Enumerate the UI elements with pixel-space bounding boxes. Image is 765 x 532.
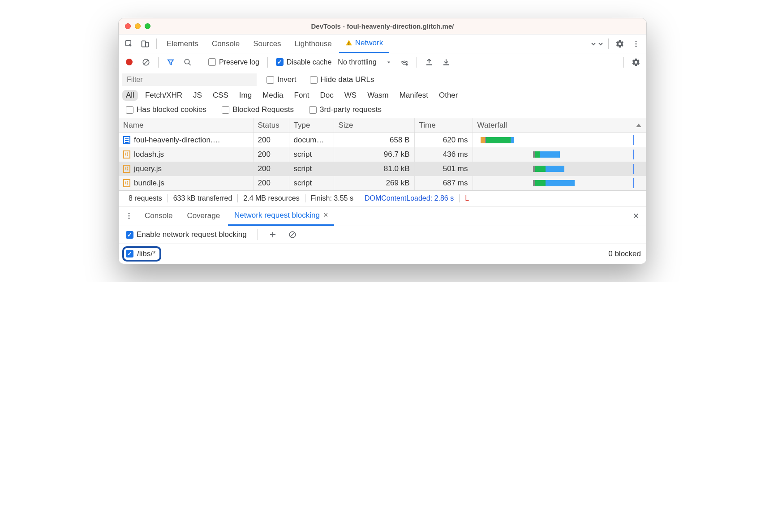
network-conditions-icon[interactable] — [397, 55, 412, 70]
throttling-dropdown[interactable]: No throttling — [338, 58, 391, 66]
resource-type-filters: All Fetch/XHR JS CSS Img Media Font Doc … — [119, 88, 646, 103]
hide-data-urls-checkbox[interactable]: Hide data URLs — [310, 75, 374, 84]
has-blocked-cookies-checkbox[interactable]: Has blocked cookies — [126, 105, 206, 114]
type-css[interactable]: CSS — [209, 90, 232, 101]
tab-elements[interactable]: Elements — [160, 34, 205, 53]
filter-input[interactable] — [122, 73, 257, 86]
svg-rect-1 — [142, 41, 146, 47]
drawer-kebab-icon[interactable] — [121, 208, 137, 223]
svg-line-9 — [144, 60, 149, 64]
tab-sources[interactable]: Sources — [247, 34, 287, 53]
remove-all-patterns-button[interactable] — [285, 227, 300, 242]
type-wasm[interactable]: Wasm — [364, 90, 392, 101]
pattern-checkbox[interactable] — [126, 250, 133, 257]
svg-point-12 — [405, 63, 408, 65]
header-status[interactable]: Status — [253, 118, 289, 133]
clear-button[interactable] — [138, 55, 154, 70]
drawer-tab-coverage[interactable]: Coverage — [181, 206, 226, 226]
network-settings-icon[interactable] — [628, 55, 644, 70]
drawer-tab-network-blocking[interactable]: Network request blocking × — [228, 206, 334, 226]
kebab-menu-icon[interactable] — [628, 36, 644, 51]
add-pattern-button[interactable] — [265, 227, 280, 242]
type-other[interactable]: Other — [435, 90, 462, 101]
tab-network[interactable]: Network — [339, 34, 389, 53]
checkbox-icon — [126, 106, 133, 114]
blocked-count: 0 blocked — [608, 249, 641, 258]
request-name: lodash.js — [134, 150, 164, 159]
pattern-text[interactable]: /libs/* — [137, 249, 156, 258]
settings-icon[interactable] — [612, 36, 627, 51]
type-manifest[interactable]: Manifest — [396, 90, 432, 101]
blocked-requests-checkbox[interactable]: Blocked Requests — [222, 105, 294, 114]
table-row[interactable]: foul-heavenly-direction.…200docum…658 B6… — [119, 133, 646, 147]
svg-rect-2 — [146, 42, 149, 47]
request-type: script — [289, 147, 334, 162]
summary-requests: 8 requests — [123, 194, 168, 202]
close-tab-icon[interactable]: × — [323, 210, 328, 220]
export-har-icon[interactable] — [438, 55, 454, 70]
request-name: jquery.js — [134, 164, 162, 173]
divider — [608, 39, 609, 49]
type-font[interactable]: Font — [291, 90, 313, 101]
svg-point-10 — [185, 59, 189, 64]
type-img[interactable]: Img — [236, 90, 255, 101]
header-type[interactable]: Type — [289, 118, 334, 133]
checkbox-icon — [309, 106, 317, 114]
request-type: script — [289, 176, 334, 190]
type-fetchxhr[interactable]: Fetch/XHR — [142, 90, 186, 101]
table-row[interactable]: lodash.js200script96.7 kB436 ms — [119, 147, 646, 162]
request-status: 200 — [253, 147, 289, 162]
third-party-requests-checkbox[interactable]: 3rd-party requests — [309, 105, 382, 114]
request-name: foul-heavenly-direction.… — [134, 136, 220, 145]
devtools-window: DevTools - foul-heavenly-direction.glitc… — [118, 18, 647, 264]
type-all[interactable]: All — [122, 90, 138, 101]
type-js[interactable]: JS — [189, 90, 206, 101]
table-header-row: Name Status Type Size Time Waterfall — [119, 118, 646, 133]
disable-cache-checkbox[interactable]: Disable cache — [276, 58, 332, 66]
table-row[interactable]: bundle.js200script269 kB687 ms — [119, 176, 646, 190]
table-row[interactable]: jquery.js200script81.0 kB501 ms — [119, 162, 646, 176]
waterfall-cell — [473, 162, 646, 176]
summary-transferred: 633 kB transferred — [168, 194, 238, 202]
more-tabs-icon[interactable] — [589, 36, 605, 51]
filter-icon[interactable] — [163, 55, 178, 70]
type-media[interactable]: Media — [259, 90, 287, 101]
checkbox-icon — [208, 58, 216, 66]
invert-checkbox[interactable]: Invert — [266, 75, 297, 84]
type-ws[interactable]: WS — [341, 90, 360, 101]
inspect-element-icon[interactable] — [121, 36, 137, 51]
header-name[interactable]: Name — [119, 118, 253, 133]
request-status: 200 — [253, 133, 289, 147]
header-size[interactable]: Size — [334, 118, 414, 133]
divider — [200, 57, 200, 68]
tab-lighthouse[interactable]: Lighthouse — [288, 34, 338, 53]
divider — [258, 229, 258, 240]
header-waterfall[interactable]: Waterfall — [473, 118, 646, 133]
header-time[interactable]: Time — [414, 118, 473, 133]
request-status: 200 — [253, 176, 289, 190]
record-icon — [126, 59, 133, 65]
request-time: 501 ms — [414, 162, 473, 176]
tab-console[interactable]: Console — [206, 34, 246, 53]
script-file-icon — [123, 179, 130, 187]
type-doc[interactable]: Doc — [317, 90, 337, 101]
drawer-tab-console[interactable]: Console — [138, 206, 179, 226]
import-har-icon[interactable] — [421, 55, 437, 70]
script-file-icon — [123, 150, 130, 159]
chevron-down-icon — [386, 60, 391, 65]
extra-filters: Has blocked cookies Blocked Requests 3rd… — [119, 103, 646, 118]
device-toolbar-icon[interactable] — [138, 36, 153, 51]
svg-rect-3 — [348, 42, 349, 43]
close-drawer-icon[interactable] — [628, 208, 644, 223]
enable-blocking-checkbox[interactable]: Enable network request blocking — [126, 230, 247, 239]
divider — [156, 39, 157, 49]
search-icon[interactable] — [180, 55, 195, 70]
preserve-log-checkbox[interactable]: Preserve log — [208, 58, 259, 66]
svg-point-6 — [636, 43, 637, 44]
checkbox-icon — [276, 58, 284, 66]
request-type: docum… — [289, 133, 334, 147]
waterfall-cell — [473, 176, 646, 190]
waterfall-cell — [473, 133, 646, 147]
summary-finish: Finish: 3.55 s — [305, 194, 359, 202]
record-button[interactable] — [121, 55, 137, 70]
